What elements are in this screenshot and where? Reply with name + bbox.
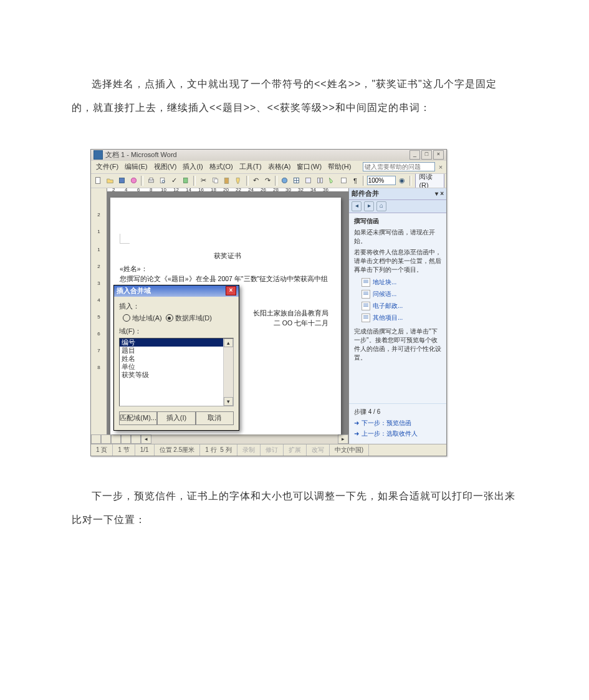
match-fields-button[interactable]: 匹配域(M)...	[119, 411, 157, 425]
fields-listbox[interactable]: 编号 题目 姓名 单位 获奖等级 ▴▾	[119, 338, 234, 406]
view-web-icon[interactable]	[101, 434, 111, 444]
page-icon	[362, 290, 370, 299]
instruction-paragraph-1: 选择姓名，点插入，文中就出现了一个带符号的<<姓名>>，"获奖证书"这几个字是固…	[72, 72, 517, 120]
insert-merge-field-dialog: 插入合并域 × 插入： 地址域(A) 数据库域(D) 域(F)：	[113, 285, 239, 431]
maximize-button[interactable]: □	[421, 150, 432, 160]
taskpane-heading: 撰写信函	[354, 217, 441, 226]
research-icon[interactable]	[181, 175, 192, 186]
cert-name-line: «姓名»：	[120, 264, 335, 274]
hyperlink-icon[interactable]	[279, 175, 290, 186]
prev-step-link[interactable]: 上一步：选取收件人	[362, 429, 418, 438]
view-normal-icon[interactable]	[91, 434, 101, 444]
arrow-right-icon: ➜	[354, 420, 359, 426]
menu-window[interactable]: 窗口(W)	[294, 161, 325, 173]
list-item[interactable]: 编号	[120, 338, 233, 347]
format-painter-icon[interactable]	[233, 175, 244, 186]
menubar: 文件(F) 编辑(E) 视图(V) 插入(I) 格式(O) 工具(T) 表格(A…	[91, 161, 446, 174]
show-marks-icon[interactable]: ¶	[350, 175, 361, 186]
taskpane-home-icon[interactable]: ⌂	[376, 201, 386, 211]
fields-label: 域(F)：	[119, 327, 234, 336]
standard-toolbar: ✓ ✂ ↶ ↷ ¶ ◉ 阅读(R)	[91, 174, 446, 188]
radio-address-fields[interactable]: 地址域(A)	[123, 314, 162, 323]
preview-icon[interactable]	[157, 175, 168, 186]
menu-insert[interactable]: 插入(I)	[180, 161, 206, 173]
status-ovr: 改写	[307, 444, 330, 456]
link-more-items[interactable]: 其他项目...	[373, 314, 403, 322]
link-greeting-line[interactable]: 问候语...	[373, 290, 396, 299]
spell-icon[interactable]: ✓	[169, 175, 180, 186]
word-app-icon	[93, 150, 103, 160]
menubar-close-icon[interactable]: ×	[437, 163, 444, 171]
cancel-button[interactable]: 取消	[196, 411, 234, 425]
radio-database-fields[interactable]: 数据库域(D)	[166, 314, 212, 323]
undo-icon[interactable]: ↶	[251, 175, 262, 186]
drawing-icon[interactable]	[326, 175, 337, 186]
menu-file[interactable]: 文件(F)	[93, 161, 122, 173]
menu-tools[interactable]: 工具(T)	[236, 161, 265, 173]
view-outline-icon[interactable]	[121, 434, 131, 444]
view-print-icon[interactable]	[111, 434, 121, 444]
list-item[interactable]: 获奖等级	[120, 371, 233, 379]
help-icon[interactable]: ◉	[396, 175, 408, 186]
insert-table-icon[interactable]	[303, 175, 314, 186]
status-section: 1 节	[113, 444, 135, 456]
list-item[interactable]: 单位	[120, 363, 233, 371]
taskpane-title: 邮件合并	[352, 189, 379, 198]
svg-point-2	[131, 178, 136, 183]
titlebar: 文档 1 - Microsoft Word _ □ ×	[91, 150, 446, 161]
read-mode-button[interactable]: 阅读(R)	[415, 174, 444, 188]
zoom-input[interactable]	[367, 176, 396, 185]
menu-help[interactable]: 帮助(H)	[325, 161, 354, 173]
close-button[interactable]: ×	[433, 150, 444, 160]
new-doc-icon[interactable]	[93, 175, 104, 186]
docmap-icon[interactable]	[338, 175, 349, 186]
listbox-scrollbar[interactable]: ▴▾	[223, 338, 233, 406]
svg-rect-17	[320, 178, 322, 183]
taskpane-dropdown-icon[interactable]: ▾	[435, 190, 438, 197]
permissions-icon[interactable]	[128, 175, 139, 186]
horizontal-scrollbar[interactable]: ◂▸	[91, 434, 348, 444]
vertical-ruler[interactable]: 2112345678	[91, 191, 107, 434]
status-rev: 修订	[261, 444, 284, 456]
columns-icon[interactable]	[315, 175, 326, 186]
redo-icon[interactable]: ↷	[262, 175, 273, 186]
paste-icon[interactable]	[221, 175, 232, 186]
menu-table[interactable]: 表格(A)	[265, 161, 294, 173]
svg-rect-15	[306, 178, 311, 183]
minimize-button[interactable]: _	[409, 150, 420, 160]
svg-rect-16	[317, 178, 319, 183]
cut-icon[interactable]: ✂	[198, 175, 209, 186]
status-bar: 1 页 1 节 1/1 位置 2.5厘米 1 行 5 列 录制 修订 扩展 改写…	[91, 444, 446, 456]
list-item[interactable]: 姓名	[120, 355, 233, 363]
copy-icon[interactable]	[209, 175, 221, 186]
menu-edit[interactable]: 编辑(E)	[122, 161, 151, 173]
taskpane-forward-icon[interactable]: ▸	[364, 201, 374, 211]
svg-rect-7	[184, 178, 188, 183]
print-icon[interactable]	[145, 175, 156, 186]
link-electronic-postage[interactable]: 电子邮政...	[373, 302, 403, 310]
save-icon[interactable]	[117, 175, 128, 186]
svg-rect-4	[150, 178, 153, 180]
tables-icon[interactable]	[291, 175, 302, 186]
status-rec: 录制	[237, 444, 261, 456]
view-read-icon[interactable]	[131, 434, 141, 444]
open-icon[interactable]	[105, 175, 116, 186]
menu-view[interactable]: 视图(V)	[151, 161, 180, 173]
status-language: 中文(中国)	[330, 444, 370, 456]
status-column: 5 列	[220, 446, 231, 454]
taskpane-done-tip: 完成信函撰写之后，请单击"下一步"。接着您即可预览每个收件人的信函，并可进行个性…	[354, 327, 441, 362]
menu-format[interactable]: 格式(O)	[206, 161, 236, 173]
insert-button[interactable]: 插入(I)	[157, 411, 195, 425]
taskpane-tip2: 若要将收件人信息添至信函中，请单击文档中的某一位置，然后再单击下列的一个项目。	[354, 248, 441, 274]
svg-rect-10	[225, 178, 229, 184]
step-indicator: 步骤 4 / 6	[354, 408, 441, 416]
link-address-block[interactable]: 地址块...	[373, 278, 396, 287]
list-item[interactable]: 题目	[120, 347, 233, 355]
taskpane-back-icon[interactable]: ◂	[352, 201, 362, 211]
help-search-input[interactable]	[363, 162, 435, 171]
cert-title: 获奖证书	[120, 251, 335, 261]
taskpane-close-icon[interactable]: ×	[440, 190, 444, 197]
word-window: 文档 1 - Microsoft Word _ □ × 文件(F) 编辑(E) …	[90, 149, 447, 456]
dialog-close-button[interactable]: ×	[226, 286, 236, 295]
next-step-link[interactable]: 下一步：预览信函	[362, 419, 411, 428]
